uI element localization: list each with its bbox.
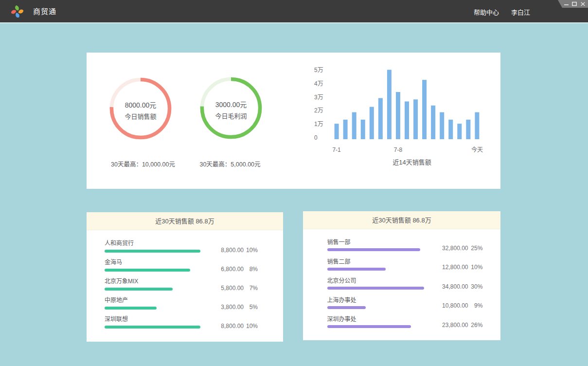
- rank-row-amount: 3,800.00: [221, 304, 244, 311]
- bar-chart-caption: 近14天销售额: [392, 159, 431, 166]
- bar-day-13: [448, 120, 453, 139]
- y-axis-label: 3万: [314, 94, 323, 101]
- rank-row-bar: [327, 287, 424, 290]
- rank-row-name: 深圳联想: [105, 315, 128, 323]
- customer-card-title: 近30天销售额 86.8万: [87, 212, 283, 230]
- titlebar: 商贸通 帮助中心 李白江: [0, 0, 588, 22]
- rank-row-amount: 10,800.00: [442, 302, 468, 310]
- rank-row-percent: 10%: [471, 264, 482, 271]
- sales-14day-bar-chart: 01万2万3万4万5万7-17-8今天近14天销售额: [87, 53, 500, 189]
- rank-row-name: 金海马: [105, 258, 122, 266]
- today-summary-card: 8000.00元 今日销售额 3000.00元 今日毛利润 30天最高：10,0…: [87, 53, 500, 189]
- user-menu[interactable]: 李白江: [511, 0, 530, 24]
- rank-row-amount: 8,800.00: [221, 323, 244, 330]
- y-axis-label: 1万: [314, 121, 323, 128]
- app-logo-pinwheel-icon: [11, 5, 23, 18]
- rank-row-percent: 10%: [246, 247, 258, 254]
- x-axis-label: 今天: [471, 146, 483, 153]
- rank-row-amount: 32,800.00: [442, 245, 468, 252]
- rank-row-percent: 26%: [471, 322, 482, 329]
- bar-day-10: [422, 80, 427, 139]
- minimize-icon: [564, 1, 569, 6]
- rank-row-bar: [327, 268, 386, 271]
- titlebar-nav: 帮助中心 李白江: [474, 0, 530, 22]
- rank-row-name: 北京万象MIX: [105, 277, 138, 285]
- rank-row-bar: [327, 248, 420, 251]
- rank-row-amount: 34,800.00: [442, 283, 468, 291]
- rank-row-percent: 7%: [249, 285, 258, 292]
- minimize-button[interactable]: [564, 1, 569, 6]
- bar-day-14: [457, 124, 462, 139]
- rank-row-bar: [105, 269, 190, 272]
- rank-row-name: 中原地产: [105, 296, 128, 304]
- rank-row-name: 上海办事处: [327, 296, 356, 304]
- rank-row-bar: [105, 326, 200, 329]
- rank-row-percent: 10%: [246, 323, 258, 330]
- y-axis-label: 2万: [314, 107, 323, 114]
- rank-row-amount: 8,800.00: [221, 247, 244, 254]
- window-controls: [558, 0, 588, 8]
- rank-row-amount: 12,800.00: [442, 264, 468, 271]
- rank-row-percent: 30%: [471, 283, 482, 291]
- app-title: 商贸通: [33, 0, 56, 22]
- close-button[interactable]: [580, 1, 585, 6]
- y-axis-label: 0: [314, 134, 318, 141]
- bar-day-6: [387, 70, 392, 139]
- bar-day-5: [378, 98, 383, 139]
- help-center-link[interactable]: 帮助中心: [474, 0, 499, 24]
- rank-row-name: 北京分公司: [327, 277, 356, 285]
- bar-day-8: [405, 101, 409, 139]
- bar-day-15: [466, 120, 470, 139]
- rank-row-name: 销售二部: [327, 258, 351, 266]
- bar-day-11: [431, 106, 435, 139]
- rank-row-name: 人和商贸行: [105, 239, 134, 247]
- x-axis-label: 7-8: [394, 146, 403, 153]
- rank-row-bar: [105, 307, 157, 310]
- y-axis-label: 4万: [314, 80, 323, 87]
- close-icon: [581, 1, 585, 6]
- rank-row-percent: 5%: [249, 304, 258, 311]
- rank-row-bar: [327, 306, 366, 309]
- maximize-button[interactable]: [572, 1, 577, 6]
- bar-day-2: [352, 112, 356, 139]
- rank-row-amount: 5,800.00: [221, 285, 244, 292]
- bar-day-9: [413, 99, 418, 139]
- rank-row-percent: 9%: [474, 302, 482, 310]
- rank-row-amount: 23,800.00: [442, 322, 468, 329]
- bar-day-4: [370, 107, 374, 139]
- rank-row-bar: [105, 288, 173, 291]
- bar-day-3: [361, 120, 365, 139]
- bar-day-12: [440, 112, 444, 139]
- rank-row-name: 深圳办事处: [327, 315, 356, 323]
- rank-row-percent: 25%: [471, 245, 482, 252]
- rank-row-bar: [105, 250, 200, 253]
- rank-row-amount: 6,800.00: [221, 266, 244, 273]
- app-window: 商贸通 帮助中心 李白江 8000.00元 今日销售额: [0, 0, 588, 366]
- department-card-title: 近30天销售额 86.8万: [303, 211, 500, 229]
- y-axis-label: 5万: [314, 67, 323, 73]
- rank-row-name: 销售一部: [327, 238, 351, 246]
- bar-day-7: [396, 92, 400, 139]
- rank-row-bar: [327, 325, 411, 328]
- customer-sales-ranking-card: 近30天销售额 86.8万 人和商贸行8,800.0010%金海马6,800.0…: [87, 212, 283, 342]
- x-axis-label: 7-1: [332, 146, 341, 153]
- bar-day-0: [335, 124, 339, 139]
- titlebar-accent-line: [0, 22, 588, 23]
- maximize-icon: [572, 1, 577, 6]
- rank-row-percent: 8%: [249, 266, 258, 273]
- department-sales-ranking-card: 近30天销售额 86.8万 销售一部32,800.0025%销售二部12,800…: [303, 211, 500, 340]
- bar-day-1: [343, 120, 348, 139]
- bar-day-16: [475, 112, 479, 139]
